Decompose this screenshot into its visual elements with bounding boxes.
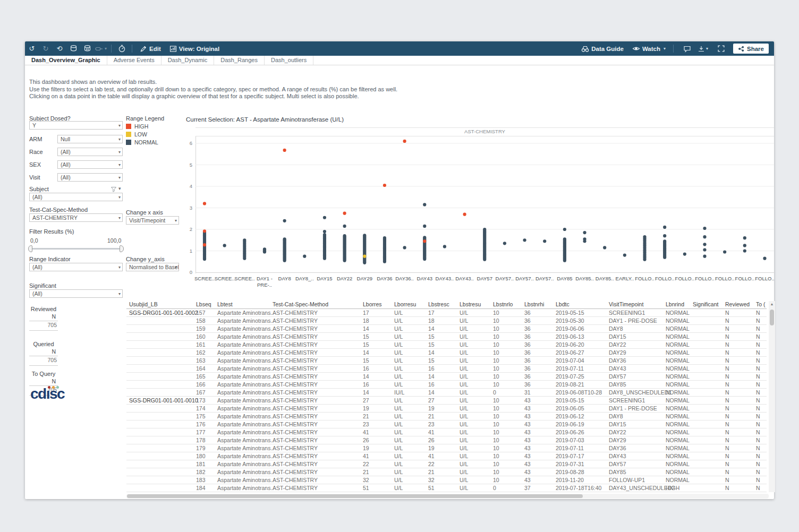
metrics-gauge-icon[interactable]: [115, 41, 129, 56]
data-point[interactable]: [403, 140, 406, 143]
data-point[interactable]: [583, 231, 586, 234]
table-row[interactable]: 175Aspartate Aminotrans..AST-CHEMISTRY21…: [126, 413, 767, 421]
data-point[interactable]: [763, 257, 766, 260]
tab-dash-overview-graphic[interactable]: Dash_Overview_Graphic: [25, 56, 107, 65]
legend-item-normal[interactable]: NORMAL: [126, 138, 158, 146]
table-row[interactable]: 179Aspartate Aminotrans..AST-CHEMISTRY19…: [126, 444, 767, 452]
column-header-lbstnrlo[interactable]: Lbstnrlo: [493, 301, 513, 307]
data-point[interactable]: [743, 244, 746, 247]
column-header-lbstnrhi[interactable]: Lbstnrhi: [524, 301, 544, 307]
data-point[interactable]: [743, 249, 746, 252]
data-point[interactable]: [383, 184, 386, 187]
table-row[interactable]: 183Aspartate Aminotrans..AST-CHEMISTRY32…: [126, 476, 767, 484]
data-point[interactable]: [523, 238, 526, 242]
data-point[interactable]: [343, 234, 346, 237]
data-point[interactable]: [203, 229, 206, 233]
column-header-reviewed[interactable]: Reviewed: [725, 301, 750, 307]
edit-button[interactable]: Edit: [135, 41, 165, 56]
data-point[interactable]: [443, 245, 446, 248]
scroll-up-arrow-icon[interactable]: ▲: [769, 302, 775, 306]
column-header-to-[interactable]: To (: [756, 301, 766, 307]
data-point[interactable]: [323, 233, 326, 236]
table-row[interactable]: 166Aspartate Aminotrans..AST-CHEMISTRY16…: [126, 381, 767, 389]
data-point[interactable]: [383, 236, 386, 239]
comments-icon[interactable]: [680, 41, 694, 56]
race-dropdown[interactable]: (All)▾: [57, 148, 123, 156]
data-point[interactable]: [423, 236, 426, 239]
table-horizontal-scrollbar[interactable]: [126, 494, 769, 499]
column-header-lbtest[interactable]: Lbtest: [217, 301, 233, 307]
visit-dropdown[interactable]: (All)▾: [57, 173, 123, 182]
view-original-button[interactable]: View: Original: [165, 41, 224, 56]
data-point[interactable]: [663, 239, 666, 243]
data-point[interactable]: [563, 228, 566, 231]
change-y-axis-dropdown[interactable]: Normalised to Basel...▾: [126, 263, 179, 271]
subject-menu-caret-icon[interactable]: ▾: [118, 186, 121, 191]
data-point[interactable]: [643, 235, 646, 238]
data-point[interactable]: [703, 248, 706, 251]
data-point[interactable]: [323, 216, 326, 219]
vertical-scroll-thumb[interactable]: [770, 310, 774, 325]
tab-dash-ranges[interactable]: Dash_Ranges: [214, 56, 265, 65]
data-point[interactable]: [203, 243, 206, 246]
table-row[interactable]: 161Aspartate Aminotrans..AST-CHEMISTRY15…: [126, 341, 767, 349]
data-point[interactable]: [723, 250, 726, 253]
table-row[interactable]: SGS-DRG01-001-001-0002157Aspartate Amino…: [126, 309, 767, 317]
tab-adverse-events[interactable]: Adverse Events: [107, 56, 162, 65]
data-point[interactable]: [423, 225, 426, 228]
data-point[interactable]: [703, 227, 706, 230]
table-row[interactable]: 160Aspartate Aminotrans..AST-CHEMISTRY15…: [126, 333, 767, 341]
column-header-lbstresc[interactable]: Lbstresc: [428, 301, 449, 307]
data-point[interactable]: [403, 246, 406, 249]
table-row[interactable]: 181Aspartate Aminotrans..AST-CHEMISTRY22…: [126, 460, 767, 468]
table-row[interactable]: 162Aspartate Aminotrans..AST-CHEMISTRY14…: [126, 349, 767, 357]
legend-item-low[interactable]: LOW: [126, 130, 158, 138]
slider-handle-max[interactable]: [120, 245, 124, 252]
tab-dash-dynamic[interactable]: Dash_Dynamic: [162, 56, 215, 65]
data-point[interactable]: [703, 255, 706, 258]
data-point[interactable]: [683, 252, 686, 255]
legend-item-high[interactable]: HIGH: [126, 122, 158, 130]
data-point[interactable]: [343, 225, 346, 228]
watch-button[interactable]: Watch ▾: [628, 41, 670, 56]
change-x-axis-dropdown[interactable]: Visit/Timepoint▾: [126, 216, 179, 225]
slider-handle-min[interactable]: [28, 245, 32, 252]
data-point[interactable]: [703, 235, 706, 238]
data-point[interactable]: [303, 255, 306, 258]
connection-icon[interactable]: ▾: [94, 41, 108, 56]
table-row[interactable]: 167Aspartate Aminotrans..AST-CHEMISTRY14…: [126, 389, 767, 397]
scatter-chart[interactable]: AST-CHEMISTRY0123456SCREE..SCREE..SCREE.…: [185, 127, 774, 296]
sex-dropdown[interactable]: (All)▾: [57, 160, 123, 169]
data-point[interactable]: [363, 255, 366, 258]
column-header-lbseq[interactable]: Lbseq: [196, 301, 211, 307]
table-row[interactable]: 182Aspartate Aminotrans..AST-CHEMISTRY21…: [126, 468, 767, 476]
fullscreen-icon[interactable]: [714, 41, 728, 56]
tab-dash-outliers[interactable]: Dash_outliers: [265, 56, 313, 65]
data-point[interactable]: [603, 246, 606, 249]
data-point[interactable]: [323, 230, 326, 233]
horizontal-scroll-thumb[interactable]: [127, 494, 583, 498]
column-header-visittimepoint[interactable]: VisitTimepoint: [609, 301, 643, 307]
table-row[interactable]: 163Aspartate Aminotrans..AST-CHEMISTRY15…: [126, 357, 767, 365]
data-point[interactable]: [703, 243, 706, 246]
column-header-lbdtc[interactable]: Lbdtc: [556, 301, 570, 307]
data-point[interactable]: [563, 237, 566, 241]
range-indicator-dropdown[interactable]: (All)▾: [29, 263, 123, 271]
revert-icon[interactable]: ⟲: [53, 41, 66, 56]
table-row[interactable]: 158Aspartate Aminotrans..AST-CHEMISTRY18…: [126, 317, 767, 325]
pause-updates-icon[interactable]: [80, 41, 94, 56]
data-point[interactable]: [503, 242, 506, 245]
data-point[interactable]: [663, 226, 666, 229]
data-guide-button[interactable]: Data Guide: [577, 41, 628, 56]
data-point[interactable]: [543, 239, 546, 243]
download-icon[interactable]: ▾: [694, 41, 712, 56]
refresh-data-icon[interactable]: [66, 41, 80, 56]
table-row[interactable]: 159Aspartate Aminotrans..AST-CHEMISTRY14…: [126, 325, 767, 333]
table-row[interactable]: 178Aspartate Aminotrans..AST-CHEMISTRY26…: [126, 436, 767, 444]
redo-icon[interactable]: ↻: [39, 41, 53, 56]
data-point[interactable]: [743, 236, 746, 239]
data-point[interactable]: [263, 247, 266, 251]
data-point[interactable]: [663, 234, 666, 237]
table-vertical-scrollbar[interactable]: ▲: [769, 301, 775, 492]
data-point[interactable]: [583, 239, 586, 243]
